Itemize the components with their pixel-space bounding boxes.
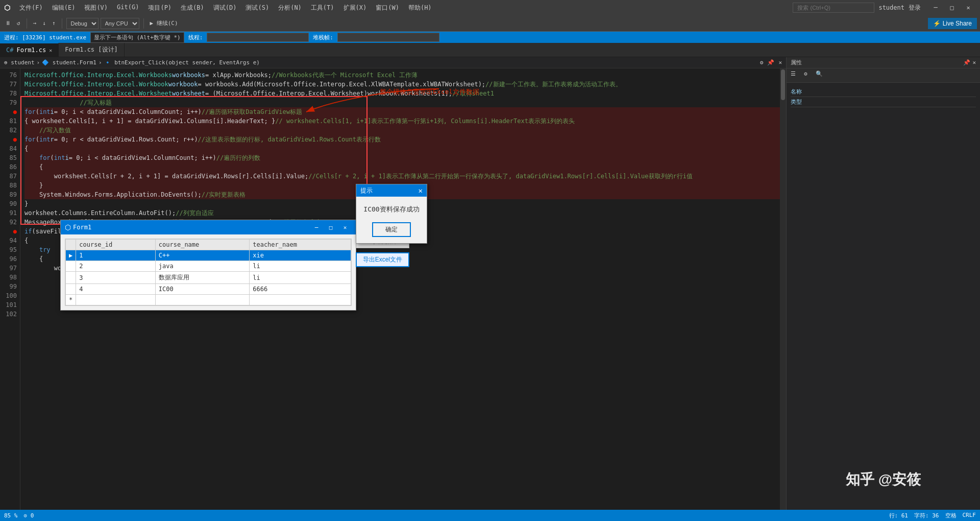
form1-window-buttons[interactable]: ─ □ ✕	[310, 222, 352, 233]
live-share-button[interactable]: ⚡ Live Share	[928, 18, 977, 29]
process-bar: 进程: [33236] student.exe 显示下一条语句 (Alt+数字键…	[0, 32, 980, 43]
dialog-ok-button[interactable]: 确定	[372, 222, 411, 237]
menu-extensions[interactable]: 扩展(X)	[339, 2, 371, 14]
prop-row-type: 类型	[791, 97, 976, 107]
menu-view[interactable]: 视图(V)	[80, 2, 112, 14]
tab-form1cs-close[interactable]: ✕	[49, 48, 52, 53]
close-editor-icon[interactable]: ✕	[778, 59, 782, 66]
menu-help[interactable]: 帮助(H)	[404, 2, 436, 14]
form1-window: ⬡ Form1 ─ □ ✕ course_id course_name teac…	[60, 220, 356, 311]
table-row-1[interactable]: ▶ 1 C++ xie	[66, 250, 351, 261]
properties-icon[interactable]: ⚙	[760, 59, 764, 66]
prop-icon3[interactable]: 🔍	[812, 68, 827, 82]
prop-row-name: 名称	[791, 87, 976, 97]
code-line-83: for (int r = 0; r < dataGridView1.Rows.C…	[24, 135, 782, 144]
minimize-button[interactable]: ─	[928, 0, 943, 15]
debug-config-select[interactable]: Debug	[66, 18, 99, 29]
tab-bar: C# Form1.cs ✕ Form1.cs [设计]	[0, 43, 980, 57]
cell-name-new[interactable]	[155, 295, 249, 305]
cell-id-4[interactable]: 4	[76, 284, 156, 295]
user-name: student	[878, 4, 904, 11]
code-line-79: //写入标题	[24, 98, 782, 107]
cell-id-1[interactable]: 1	[76, 250, 156, 261]
cell-id-new[interactable]	[76, 295, 156, 305]
form1-title-label: Form1	[73, 224, 91, 231]
dialog-title-label: 提示	[360, 186, 373, 195]
close-button[interactable]: ✕	[961, 0, 976, 15]
cell-id-2[interactable]: 2	[76, 261, 156, 272]
breadcrumb-method[interactable]: 🔹 btnExport_Click(object sender, EventAr…	[104, 59, 260, 66]
cell-teacher-1[interactable]: xie	[250, 250, 351, 261]
cell-name-4[interactable]: IC00	[155, 284, 249, 295]
step-over-btn[interactable]: →	[31, 19, 39, 28]
table-row-3[interactable]: 3 数据库应用 li	[66, 272, 351, 284]
form1-maximize-btn[interactable]: □	[324, 222, 337, 233]
prop-icon1[interactable]: ☰	[787, 68, 800, 82]
step-out-btn[interactable]: ↑	[50, 19, 58, 28]
code-line-84: {	[24, 144, 782, 153]
code-line-82: //写入数值	[24, 126, 782, 135]
pause-btn[interactable]: ⏸	[3, 19, 13, 28]
dialog-titlebar: 提示 ✕	[356, 184, 427, 197]
menu-project[interactable]: 项目(P)	[144, 2, 176, 14]
status-zoom[interactable]: 85 %	[4, 512, 18, 519]
restart-btn[interactable]: ↺	[15, 19, 22, 28]
menu-git[interactable]: Git(G)	[113, 2, 143, 14]
properties-pin-icon[interactable]: 📌	[963, 59, 970, 66]
cpu-config-select[interactable]: Any CPU	[101, 18, 139, 29]
form1-minimize-btn[interactable]: ─	[310, 222, 323, 233]
continue-btn[interactable]: ▶ 继续(C)	[148, 18, 180, 28]
pin-icon[interactable]: 📌	[767, 59, 774, 66]
login-button[interactable]: 登录	[909, 4, 921, 12]
cell-name-1[interactable]: C++	[155, 250, 249, 261]
code-line-80: for (int i = 0; i < dataGridView1.Column…	[24, 107, 782, 116]
maximize-button[interactable]: □	[944, 0, 960, 15]
cell-id-3[interactable]: 3	[76, 272, 156, 284]
cell-teacher-2[interactable]: li	[250, 261, 351, 272]
form1-datagrid[interactable]: course_id course_name teacher_naem ▶ 1 C…	[65, 239, 352, 306]
status-bar: 85 % ⊙ 0 行: 61 字符: 36 空格 CRLF	[0, 510, 980, 521]
menu-edit[interactable]: 编辑(E)	[48, 2, 80, 14]
table-row-2[interactable]: 2 java li	[66, 261, 351, 272]
prop-type-label: 类型	[791, 98, 802, 106]
step-into-btn[interactable]: ↓	[40, 19, 48, 28]
cell-teacher-3[interactable]: li	[250, 272, 351, 284]
table-row-4[interactable]: 4 IC00 6666	[66, 284, 351, 295]
editor-breadcrumb-bar: ⊕ student › 🔷 student.Form1 › 🔹 btnExpor…	[0, 57, 786, 68]
menu-file[interactable]: 文件(F)	[15, 2, 47, 14]
window-controls[interactable]: ─ □ ✕	[928, 0, 976, 15]
properties-panel-header: 属性 📌 ✕	[787, 57, 980, 68]
menu-window[interactable]: 窗口(W)	[372, 2, 403, 14]
data-table[interactable]: course_id course_name teacher_naem ▶ 1 C…	[65, 239, 351, 305]
menu-analyze[interactable]: 分析(N)	[274, 2, 306, 14]
watermark-area: 知乎 @安筱	[787, 290, 980, 510]
watermark-text: 知乎 @安筱	[846, 470, 921, 489]
stack-selector[interactable]	[337, 33, 439, 42]
global-search-input[interactable]	[793, 3, 874, 13]
cell-teacher-new[interactable]	[250, 295, 351, 305]
form1-close-btn[interactable]: ✕	[338, 222, 352, 233]
table-row-new[interactable]: *	[66, 295, 351, 305]
cell-teacher-4[interactable]: 6666	[250, 284, 351, 295]
toolbar: ⏸ ↺ → ↓ ↑ Debug Any CPU ▶ 继续(C) ⚡ Live S…	[0, 15, 980, 32]
export-excel-button[interactable]: 导出Excel文件	[356, 252, 409, 267]
cell-name-2[interactable]: java	[155, 261, 249, 272]
menu-debug[interactable]: 调试(D)	[209, 2, 241, 14]
menu-bar[interactable]: 文件(F) 编辑(E) 视图(V) Git(G) 项目(P) 生成(B) 调试(…	[15, 2, 436, 14]
menu-test[interactable]: 测试(S)	[241, 2, 273, 14]
properties-close-icon[interactable]: ✕	[972, 59, 976, 66]
cell-name-3[interactable]: 数据库应用	[155, 272, 249, 284]
dialog-close-icon[interactable]: ✕	[419, 186, 423, 195]
dialog-body: IC00资料保存成功 确定	[356, 197, 427, 243]
thread-selector[interactable]	[207, 33, 309, 42]
breadcrumb-form1[interactable]: 🔷 student.Form1	[42, 59, 96, 66]
menu-build[interactable]: 生成(B)	[177, 2, 208, 14]
tab-form1cs[interactable]: C# Form1.cs ✕	[0, 43, 59, 57]
tab-form1design[interactable]: Form1.cs [设计]	[59, 43, 124, 57]
prop-name-label: 名称	[791, 88, 802, 96]
breadcrumb-student[interactable]: ⊕ student	[4, 59, 35, 66]
vertical-scrollbar[interactable]	[780, 68, 786, 510]
prop-icon2[interactable]: ⚙	[800, 68, 812, 82]
process-label: 进程: [33236] student.exe	[4, 34, 86, 41]
menu-tools[interactable]: 工具(T)	[307, 2, 338, 14]
